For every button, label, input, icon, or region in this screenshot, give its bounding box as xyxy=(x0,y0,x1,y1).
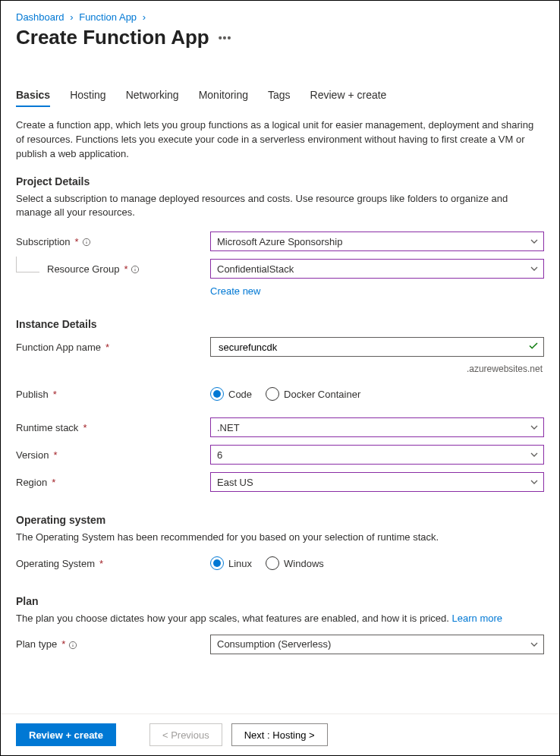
radio-windows[interactable]: Windows xyxy=(266,556,324,570)
radio-icon xyxy=(266,387,279,401)
breadcrumb-function-app[interactable]: Function App xyxy=(79,11,137,23)
tab-networking[interactable]: Networking xyxy=(126,84,179,107)
section-os-heading: Operating system xyxy=(16,514,544,526)
tabs: Basics Hosting Networking Monitoring Tag… xyxy=(16,84,544,108)
section-plan-desc: The plan you choose dictates how your ap… xyxy=(16,612,544,626)
label-resource-group: Resource Group * xyxy=(16,261,210,277)
tab-tags[interactable]: Tags xyxy=(268,84,291,107)
label-plan-type: Plan type * xyxy=(16,638,210,650)
label-region: Region * xyxy=(16,477,210,488)
previous-button: < Previous xyxy=(149,723,222,746)
radio-icon xyxy=(210,387,224,401)
tab-monitoring[interactable]: Monitoring xyxy=(199,84,248,107)
section-instance-heading: Instance Details xyxy=(16,318,544,330)
review-create-button[interactable]: Review + create xyxy=(16,723,116,746)
required-marker: * xyxy=(53,389,57,400)
section-plan-heading: Plan xyxy=(16,595,544,607)
next-button[interactable]: Next : Hosting > xyxy=(231,723,328,746)
subscription-select[interactable]: Microsoft Azure Sponsorship xyxy=(210,232,544,251)
create-new-link[interactable]: Create new xyxy=(210,285,260,297)
chevron-down-icon xyxy=(530,450,539,459)
required-marker: * xyxy=(83,422,87,433)
runtime-stack-select[interactable]: .NET xyxy=(210,417,544,437)
info-icon[interactable] xyxy=(68,638,77,650)
info-icon[interactable] xyxy=(82,236,91,247)
os-radio-group: Linux Windows xyxy=(210,556,544,570)
required-marker: * xyxy=(99,558,103,569)
label-function-app-name: Function App name * xyxy=(16,342,210,353)
footer-bar: Review + create < Previous Next : Hostin… xyxy=(1,713,559,755)
intro-text: Create a function app, which lets you gr… xyxy=(16,118,544,162)
tab-review-create[interactable]: Review + create xyxy=(310,84,387,107)
radio-code[interactable]: Code xyxy=(210,387,252,401)
section-os-desc: The Operating System has been recommende… xyxy=(16,531,544,545)
svg-point-8 xyxy=(73,643,74,644)
function-app-name-input[interactable] xyxy=(210,337,544,357)
radio-linux[interactable]: Linux xyxy=(210,556,252,570)
page-title: Create Function App ••• xyxy=(16,26,544,49)
version-select[interactable]: 6 xyxy=(210,445,544,465)
required-marker: * xyxy=(124,263,127,275)
chevron-right-icon: › xyxy=(70,11,73,23)
chevron-down-icon xyxy=(530,423,539,432)
resource-group-select[interactable]: ConfidentialStack xyxy=(210,259,544,279)
function-app-name-field[interactable] xyxy=(217,341,524,354)
required-marker: * xyxy=(75,236,79,247)
required-marker: * xyxy=(105,342,109,353)
radio-docker-container[interactable]: Docker Container xyxy=(266,387,360,401)
chevron-down-icon xyxy=(530,264,539,273)
label-operating-system: Operating System * xyxy=(16,558,210,569)
chevron-down-icon xyxy=(530,477,539,487)
tab-hosting[interactable]: Hosting xyxy=(70,84,105,107)
section-project-desc: Select a subscription to manage deployed… xyxy=(16,192,544,221)
label-publish: Publish * xyxy=(16,389,210,400)
checkmark-icon xyxy=(528,341,539,354)
radio-icon xyxy=(210,556,224,570)
chevron-down-icon xyxy=(530,237,539,246)
region-select[interactable]: East US xyxy=(210,472,544,492)
domain-suffix: .azurewebsites.net xyxy=(210,364,544,374)
required-marker: * xyxy=(52,477,55,488)
breadcrumb-dashboard[interactable]: Dashboard xyxy=(16,11,64,23)
label-subscription: Subscription * xyxy=(16,236,210,247)
required-marker: * xyxy=(61,638,65,650)
radio-icon xyxy=(266,556,279,570)
breadcrumb: Dashboard › Function App › xyxy=(16,11,544,23)
section-project-heading: Project Details xyxy=(16,175,544,187)
info-icon[interactable] xyxy=(131,263,140,275)
page-title-text: Create Function App xyxy=(16,26,209,49)
svg-point-2 xyxy=(86,240,87,241)
label-runtime-stack: Runtime stack * xyxy=(16,422,210,433)
required-marker: * xyxy=(53,449,57,461)
chevron-right-icon: › xyxy=(143,11,146,23)
publish-radio-group: Code Docker Container xyxy=(210,387,544,401)
label-version: Version * xyxy=(16,449,210,461)
tab-basics[interactable]: Basics xyxy=(16,84,50,107)
learn-more-link[interactable]: Learn more xyxy=(452,613,502,624)
plan-type-select[interactable]: Consumption (Serverless) xyxy=(210,635,544,654)
chevron-down-icon xyxy=(530,640,539,649)
svg-point-5 xyxy=(135,267,136,268)
